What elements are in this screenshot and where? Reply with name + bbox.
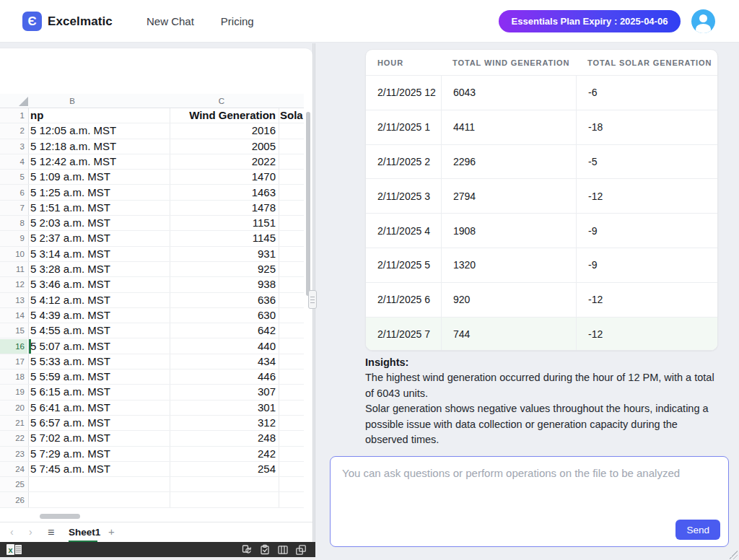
brand-title[interactable]: Excelmatic [48,0,113,43]
cell-c20[interactable]: 301 [170,401,276,415]
row-number[interactable]: 3 [0,139,27,154]
sheet-menu-icon[interactable]: ≡ [48,522,54,543]
cell-d14[interactable] [280,308,304,323]
cell-c5[interactable]: 1470 [170,170,276,184]
cell-c23[interactable]: 242 [170,447,276,461]
row-number[interactable]: 1 [0,108,27,123]
row-number[interactable]: 5 [0,170,27,184]
cell-d16[interactable] [280,339,304,354]
nav-item-pricing[interactable]: Pricing [221,15,254,27]
horizontal-scrollbar[interactable] [40,514,80,519]
row-number[interactable]: 20 [0,401,27,415]
cell-d12[interactable] [280,277,304,292]
cell-d1[interactable]: Sola [280,108,304,123]
cell-c4[interactable]: 2022 [170,154,276,169]
cell-d17[interactable] [280,354,304,369]
vertical-scrollbar[interactable] [306,112,310,296]
divider-drag-handle[interactable] [308,290,317,309]
row-number[interactable]: 11 [0,262,27,276]
cell-c24[interactable]: 254 [170,462,276,476]
book-columns-icon[interactable] [277,544,289,556]
clipboard-check-icon[interactable] [259,544,271,556]
row-number[interactable]: 8 [0,216,27,230]
next-sheet-button[interactable]: › [29,522,32,543]
prev-sheet-button[interactable]: ‹ [10,522,14,543]
row-number[interactable]: 14 [0,308,27,323]
cell-d2[interactable] [280,123,304,138]
cell-c22[interactable]: 248 [170,431,276,445]
cell-c12[interactable]: 938 [170,277,276,292]
cell-d4[interactable] [280,154,304,169]
user-avatar[interactable] [691,9,715,33]
cell-d9[interactable] [280,231,304,245]
cell-d20[interactable] [280,401,304,415]
cell-d15[interactable] [280,323,304,338]
paste-refresh-icon[interactable] [241,544,253,556]
column-header-c[interactable]: C [219,94,224,108]
cell-d23[interactable] [280,447,304,461]
row-number[interactable]: 12 [0,277,27,292]
cell-c2[interactable]: 2016 [170,123,276,138]
row-number[interactable]: 16 [0,339,27,354]
cell-c21[interactable]: 312 [170,416,276,430]
cell-c15[interactable]: 642 [170,323,276,338]
row-number[interactable]: 13 [0,293,27,307]
cell-c11[interactable]: 925 [170,262,276,276]
cell-c19[interactable]: 307 [170,385,276,399]
send-button[interactable]: Send [675,520,720,540]
row-number[interactable]: 23 [0,447,27,461]
row-number[interactable]: 7 [0,201,27,215]
cell-d18[interactable] [280,369,304,384]
row-number[interactable]: 15 [0,323,27,338]
overlapping-windows-icon[interactable] [295,544,307,556]
cell-d24[interactable] [280,462,304,476]
row-number[interactable]: 26 [0,493,27,507]
cell-c10[interactable]: 931 [170,247,276,261]
cell-c17[interactable]: 434 [170,354,276,369]
cell-d19[interactable] [280,385,304,399]
cell-c6[interactable]: 1463 [170,185,276,200]
cell-c25[interactable] [170,477,276,491]
chat-input[interactable] [331,457,728,520]
cell-c3[interactable]: 2005 [170,139,276,154]
row-number[interactable]: 17 [0,354,27,369]
row-number[interactable]: 21 [0,416,27,430]
excelmatic-logo-icon[interactable]: Є [22,12,42,31]
cell-c14[interactable]: 630 [170,308,276,323]
cell-d11[interactable] [280,262,304,276]
cell-d6[interactable] [280,185,304,200]
cell-d21[interactable] [280,416,304,430]
cell-c16[interactable]: 440 [170,339,276,354]
plan-expiry-badge[interactable]: Essentials Plan Expiry : 2025-04-06 [499,10,681,32]
cell-c1[interactable]: Wind Generation [170,108,276,123]
nav-item-new-chat[interactable]: New Chat [147,15,194,27]
cell-d7[interactable] [280,201,304,215]
row-number[interactable]: 4 [0,154,27,169]
cell-d26[interactable] [280,493,304,507]
cell-d13[interactable] [280,293,304,307]
cell-d5[interactable] [280,170,304,184]
row-number[interactable]: 24 [0,462,27,476]
cell-c26[interactable] [170,493,276,507]
cell-d10[interactable] [280,247,304,261]
add-sheet-button[interactable]: + [108,522,115,543]
cell-c9[interactable]: 1145 [170,231,276,245]
column-header-b[interactable]: B [69,94,75,108]
cell-d22[interactable] [280,431,304,445]
row-number[interactable]: 19 [0,385,27,399]
row-number[interactable]: 25 [0,477,27,491]
row-number[interactable]: 10 [0,247,27,261]
tab-sheet1[interactable]: Sheet1 [69,522,100,543]
cell-d25[interactable] [280,477,304,491]
cell-d8[interactable] [280,216,304,230]
cell-c18[interactable]: 446 [170,369,276,384]
select-all-corner-icon[interactable] [19,97,28,106]
row-number[interactable]: 18 [0,369,27,384]
cell-c7[interactable]: 1478 [170,201,276,215]
row-number[interactable]: 6 [0,185,27,200]
cell-c8[interactable]: 1151 [170,216,276,230]
row-number[interactable]: 2 [0,123,27,138]
cell-c13[interactable]: 636 [170,293,276,307]
row-number[interactable]: 9 [0,231,27,245]
resize-grip-icon[interactable] [729,551,738,559]
